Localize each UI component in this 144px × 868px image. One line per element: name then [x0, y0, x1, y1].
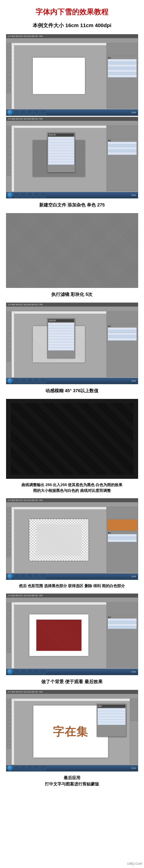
ps-panels: 图层: [106, 602, 138, 668]
tool-icon: [7, 81, 11, 85]
red-rain-preview: [36, 620, 82, 651]
layer-row: [108, 72, 137, 75]
layers-panel: 图层: [107, 139, 137, 191]
ps-canvas-area: [12, 602, 106, 668]
screenshot-step-6: 文件 编辑 图像 图层 选择 滤镜 视图 窗口 帮助 图层: [6, 498, 138, 580]
panel-color: [107, 43, 137, 56]
caption-step-8: 最后应用 打中文字与图案进行剪贴蒙版: [5, 775, 139, 787]
canvas-blank: [33, 58, 85, 94]
windows-taskbar: 22:04: [6, 574, 138, 580]
layer-row: [108, 64, 137, 67]
screenshot-step-5: [6, 399, 138, 479]
ps-options-bar: [6, 307, 138, 311]
canvas-crystallize: [6, 213, 138, 288]
ps-panels: 图层: [106, 311, 138, 377]
system-tray-time: 22:04: [131, 112, 137, 114]
ruler-horizontal: [12, 43, 106, 45]
caption-step-5: 曲线调整输出 255 出入255 使其底色为黑色 白色为雨的效果 雨的大小根据黑…: [5, 482, 139, 493]
ps-toolbox: [6, 507, 12, 573]
ps-canvas-area: 历史记录: [12, 125, 106, 191]
layers-panel: 图层: [107, 615, 137, 668]
ps-options-bar: [6, 597, 138, 602]
canvas-background: [29, 614, 88, 656]
ps-menubar: 文件 编辑 图像 图层 选择 滤镜 视图 窗口 帮助: [6, 303, 138, 307]
ps-canvas-area: 字在集 图层: [12, 699, 130, 765]
taskbar-app-icon: [34, 110, 39, 115]
screenshot-step-3: [6, 213, 138, 288]
ps-panels: 图层: [106, 125, 138, 191]
ps-canvas-area: [12, 507, 106, 573]
windows-taskbar: 22:04: [6, 765, 138, 771]
windows-taskbar: 22:04: [6, 669, 138, 675]
final-result-text: 字在集: [53, 724, 88, 739]
layers-panel: 图层: [107, 531, 137, 572]
caption-step-3: 执行滤镜 彩块化 5次: [5, 291, 139, 298]
taskbar-app-icon: [21, 110, 26, 115]
tool-icon: [7, 69, 11, 72]
ruler-vertical: [12, 43, 14, 109]
ps-canvas-area: [12, 43, 106, 109]
canvas-curves-dark: [11, 403, 134, 475]
ps-menubar: 文件 编辑 图像 图层 选择 滤镜 视图 窗口 帮助: [6, 34, 138, 38]
screenshot-step-8: 文件 编辑 图像 图层 选择 滤镜 视图 窗口 帮助 字在集 图层: [6, 690, 138, 772]
layers-panel-label: 图层: [108, 57, 137, 59]
tool-icon: [7, 56, 11, 60]
ps-toolbox: [6, 125, 12, 191]
taskbar-app-icon: [27, 110, 33, 115]
taskbar-app-icon: [14, 110, 20, 115]
ps-toolbox: [6, 43, 12, 109]
ps-panels: 图层: [106, 507, 138, 573]
ps-panels: 图层: [106, 43, 138, 109]
ps-menubar: 文件 编辑 图像 图层 选择 滤镜 视图 窗口 帮助: [6, 498, 138, 502]
layer-row: [108, 59, 137, 62]
ps-menubar: 文件 编辑 图像 图层 选择 滤镜 视图 窗口 帮助: [6, 117, 138, 121]
windows-taskbar: 22:04: [6, 192, 138, 198]
ps-toolbox: [6, 602, 12, 668]
ps-toolbox: [6, 311, 12, 377]
ps-options-bar: [6, 38, 138, 43]
caption-step-7: 做了个背景 便于观看 最后效果: [5, 678, 139, 685]
tool-icon: [7, 52, 11, 56]
screenshot-step-7: 文件 编辑 图像 图层 选择 滤镜 视图 窗口 帮助 图层: [6, 593, 138, 675]
doc-spec: 本例文件大小 16cm 11cm 400dpi: [5, 22, 139, 29]
ps-toolbox: [6, 699, 12, 765]
screenshot-step-1: 文件 编辑 图像 图层 选择 滤镜 视图 窗口 帮助 图层: [6, 34, 138, 116]
layers-panel: 图层: [107, 324, 137, 377]
history-panel: 历史记录: [47, 318, 75, 358]
history-panel: 历史记录: [47, 132, 75, 173]
layers-panel: 图层: [107, 56, 137, 108]
start-button-icon: [7, 110, 13, 115]
canvas-transparent: [29, 519, 88, 561]
ps-menubar: 文件 编辑 图像 图层 选择 滤镜 视图 窗口 帮助: [6, 594, 138, 597]
layer-row: [108, 62, 137, 64]
ps-menubar: 文件 编辑 图像 图层 选择 滤镜 视图 窗口 帮助: [6, 690, 138, 694]
windows-taskbar: 22:04: [6, 110, 138, 116]
caption-step-2: 新建空白文件 添加杂色 单色 275: [5, 202, 139, 208]
tool-icon: [7, 89, 11, 93]
tool-icon: [7, 64, 11, 68]
tool-icon: [7, 85, 11, 89]
screenshot-step-2: 文件 编辑 图像 图层 选择 滤镜 视图 窗口 帮助 历史记录 图层: [6, 117, 138, 198]
page-title: 字体内下雪的效果教程: [5, 7, 139, 17]
tutorial-page: 字体内下雪的效果教程 本例文件大小 16cm 11cm 400dpi 文件 编辑…: [0, 0, 144, 806]
tool-icon: [7, 43, 11, 48]
tool-icon: [7, 77, 11, 81]
ps-options-bar: [6, 694, 138, 699]
layer-row: [108, 67, 137, 70]
taskbar-app-icon: [40, 110, 46, 115]
caption-step-6: 然后 色彩范围 选择黑色部分 获得选区 删除 得到 雨的白色部分: [5, 583, 139, 589]
windows-taskbar: 22:04: [6, 378, 138, 384]
ps-options-bar: [6, 121, 138, 125]
tool-icon: [7, 73, 11, 76]
ps-canvas-area: 历史记录: [12, 311, 106, 377]
rain-white-selection: [36, 524, 82, 556]
caption-step-4: 动感模糊 45° 376以上数值: [5, 387, 139, 394]
ps-options-bar: [6, 502, 138, 507]
start-button-icon: [7, 192, 13, 198]
tool-icon: [7, 48, 11, 52]
ps-panels-collapsed: [130, 699, 138, 765]
tool-icon: [7, 60, 11, 64]
screenshot-step-4: 文件 编辑 图像 图层 选择 滤镜 视图 窗口 帮助 历史记录 图层: [6, 303, 138, 384]
history-panel-header: 历史记录: [48, 133, 74, 136]
layers-floating-panel: 图层: [97, 704, 126, 737]
